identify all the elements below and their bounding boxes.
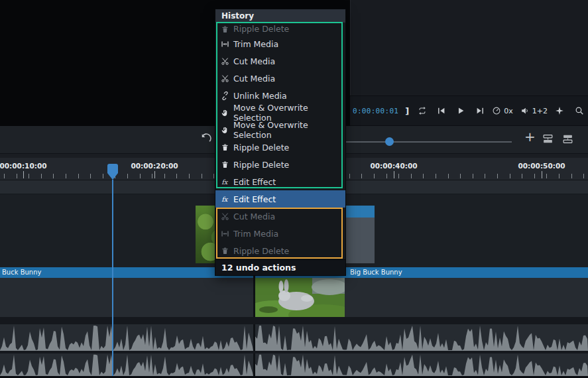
layers-up-icon bbox=[542, 133, 554, 145]
history-item-label: Move & Overwrite Selection bbox=[233, 120, 340, 140]
history-panel: History Ripple DeleteTrim MediaCut Media… bbox=[215, 9, 345, 275]
effects-button[interactable] bbox=[555, 106, 564, 115]
speed-dial-icon bbox=[492, 106, 501, 115]
zoom-slider-track[interactable] bbox=[346, 141, 512, 143]
play-button[interactable] bbox=[456, 106, 465, 115]
history-item[interactable]: Cut Media bbox=[215, 52, 345, 70]
loop-icon bbox=[418, 106, 427, 115]
audio-channels-label: 1+2 bbox=[532, 107, 548, 115]
history-item[interactable]: Ripple Delete bbox=[215, 242, 345, 259]
history-item[interactable]: Move & Overwrite Selection bbox=[215, 104, 345, 121]
zoom-slider-thumb[interactable] bbox=[385, 137, 394, 146]
clip-thumbnail-bunny bbox=[255, 278, 345, 317]
history-item[interactable]: Cut Media bbox=[215, 208, 345, 225]
zoom-icon bbox=[575, 106, 584, 115]
skip-start-button[interactable] bbox=[437, 106, 446, 115]
history-item[interactable]: fxEdit Effect bbox=[215, 190, 345, 208]
audio-clip[interactable] bbox=[0, 324, 253, 351]
scissors-icon bbox=[221, 57, 229, 66]
zoom-button[interactable] bbox=[575, 106, 584, 115]
history-item[interactable]: Trim Media bbox=[215, 225, 345, 242]
track-controls bbox=[542, 133, 573, 145]
transport-bar: 0:00:00:01 ] 0x 1+2 bbox=[350, 95, 588, 126]
playback-controls bbox=[418, 106, 485, 115]
add-button[interactable]: + bbox=[524, 130, 536, 143]
add-track-above-button[interactable] bbox=[542, 133, 554, 145]
history-item[interactable]: fxEdit Effect bbox=[215, 173, 345, 190]
trim-icon bbox=[221, 40, 229, 48]
speed-control[interactable]: 0x bbox=[492, 106, 513, 115]
history-undo-count: 12 undo actions bbox=[215, 259, 345, 275]
undo-history-button[interactable] bbox=[200, 133, 211, 145]
unlink-icon bbox=[221, 92, 229, 100]
grab-hand-icon bbox=[221, 126, 229, 135]
fx-icon: fx bbox=[221, 195, 229, 204]
svg-text:fx: fx bbox=[221, 178, 229, 186]
skip-end-icon bbox=[475, 106, 485, 115]
history-item-label: Ripple Delete bbox=[233, 246, 289, 256]
clip-title: Big Buck Bunny bbox=[350, 269, 402, 276]
ruler-timecode-label: 00:00:20:00 bbox=[131, 162, 178, 170]
video-clip-body[interactable] bbox=[0, 278, 253, 317]
svg-text:fx: fx bbox=[221, 196, 229, 203]
ruler-timecode-label: 00:00:50:00 bbox=[518, 162, 565, 170]
fx-icon: fx bbox=[221, 178, 229, 186]
history-item-label: Trim Media bbox=[233, 229, 278, 239]
history-item[interactable]: Cut Media bbox=[215, 70, 345, 87]
trash-icon bbox=[221, 247, 229, 255]
history-item[interactable]: Trim Media bbox=[215, 35, 345, 52]
clip-title: Buck Bunny bbox=[2, 269, 41, 276]
speaker-icon bbox=[520, 106, 530, 115]
scissors-icon bbox=[221, 212, 229, 221]
trash-icon bbox=[221, 143, 229, 152]
history-item-label: Ripple Delete bbox=[233, 24, 289, 34]
history-item-label: Edit Effect bbox=[233, 177, 276, 187]
sparkle-icon bbox=[555, 106, 564, 115]
audio-track-1 bbox=[0, 324, 588, 351]
trash-icon bbox=[221, 25, 229, 34]
history-item-label: Ripple Delete bbox=[233, 143, 289, 153]
history-item-label: Ripple Delete bbox=[233, 160, 289, 170]
history-item[interactable]: Unlink Media bbox=[215, 87, 345, 104]
mark-out-indicator: ] bbox=[405, 106, 409, 116]
history-item-label: Trim Media bbox=[233, 39, 278, 49]
history-item[interactable]: Ripple Delete bbox=[215, 139, 345, 156]
history-item-label: Edit Effect bbox=[233, 194, 276, 204]
track-gap bbox=[0, 317, 588, 324]
ruler-timecode-label: 00:00:10:00 bbox=[0, 162, 47, 170]
history-item[interactable]: Ripple Delete bbox=[215, 156, 345, 173]
add-track-below-button[interactable] bbox=[562, 133, 573, 145]
play-icon bbox=[456, 106, 465, 115]
program-monitor bbox=[350, 0, 588, 95]
history-panel-title: History bbox=[215, 9, 345, 23]
trash-icon bbox=[221, 160, 229, 169]
history-list: Ripple DeleteTrim MediaCut MediaCut Medi… bbox=[215, 23, 345, 259]
history-item-label: Cut Media bbox=[233, 74, 275, 84]
layers-down-icon bbox=[562, 133, 573, 145]
history-item-label: Cut Media bbox=[233, 56, 275, 66]
scissors-icon bbox=[221, 74, 229, 83]
playhead-line[interactable] bbox=[112, 180, 113, 376]
skip-end-button[interactable] bbox=[475, 106, 485, 115]
trim-icon bbox=[221, 229, 229, 238]
audio-clip[interactable] bbox=[255, 353, 588, 376]
audio-clip[interactable] bbox=[0, 353, 253, 376]
timecode-display: 0:00:00:01 bbox=[353, 107, 398, 115]
skip-start-icon bbox=[437, 106, 446, 115]
video-track-1 bbox=[0, 278, 588, 317]
ruler-timecode-label: 00:00:40:00 bbox=[370, 162, 417, 170]
history-item[interactable]: Move & Overwrite Selection bbox=[215, 121, 345, 139]
audio-clip[interactable] bbox=[255, 324, 588, 351]
history-item[interactable]: Ripple Delete bbox=[215, 23, 345, 35]
video-clip-body[interactable] bbox=[255, 278, 588, 317]
audio-track-2 bbox=[0, 353, 588, 376]
speed-label: 0x bbox=[504, 107, 513, 115]
history-item-label: Unlink Media bbox=[233, 91, 287, 101]
video-editor: 0:00:00:01 ] 0x 1+2 + 00:00:10:0000:00:2… bbox=[0, 0, 588, 378]
grab-hand-icon bbox=[221, 109, 229, 117]
loop-button[interactable] bbox=[418, 106, 427, 115]
transport-right-controls bbox=[555, 106, 584, 115]
audio-channels-control[interactable]: 1+2 bbox=[520, 106, 548, 115]
history-item-label: Cut Media bbox=[233, 212, 275, 221]
